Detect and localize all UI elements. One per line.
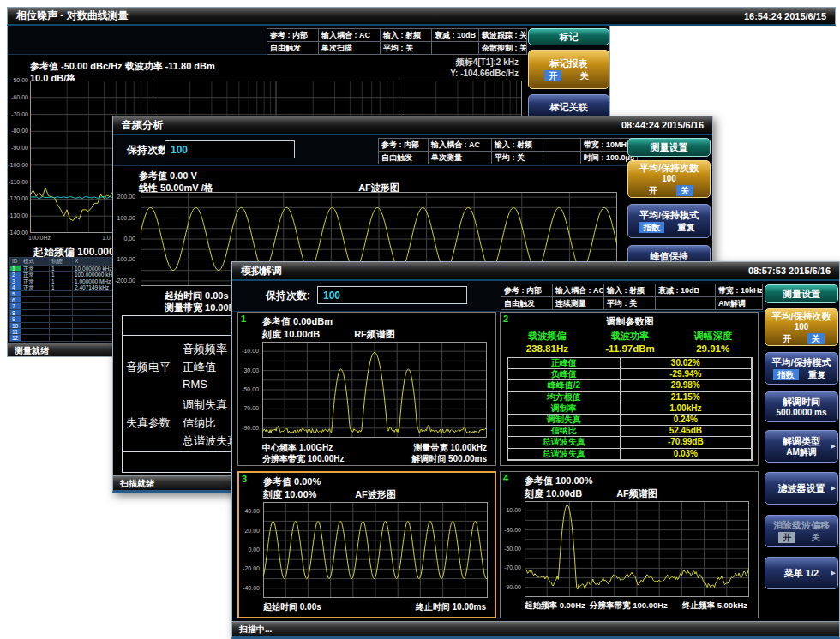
chart-canvas bbox=[525, 501, 749, 597]
marker-table-row[interactable]: 7 bbox=[10, 303, 120, 309]
titlebar: 音频分析 08:44:24 2015/6/16 bbox=[113, 116, 712, 135]
softkey-label: 菜单 1/2 bbox=[767, 568, 836, 579]
softkey-label: 滤波器设置 bbox=[767, 483, 836, 494]
y-tick-label: -130.00 bbox=[8, 212, 28, 219]
toggle-option[interactable]: 指数 bbox=[773, 369, 799, 380]
screen: 相位噪声 - 对数曲线测量 16:54:24 2015/6/15 参考 : 内部… bbox=[0, 0, 840, 639]
marker-table-row[interactable]: 6 bbox=[10, 297, 120, 303]
result-item[interactable]: 正峰值 bbox=[183, 360, 216, 375]
mod-header-label: 载波功率 bbox=[589, 330, 672, 343]
softkey-label: 峰值保持 bbox=[630, 251, 708, 262]
panel-af-spectrum[interactable]: 4 参考值 100.00% 刻度 10.00dB AF频谱图 -10.00-30… bbox=[500, 471, 759, 618]
rbw-label: 分辨率带宽 100.00Hz bbox=[262, 453, 345, 465]
y-tick-label: -90.00 bbox=[8, 145, 28, 152]
marker-cell bbox=[50, 297, 73, 303]
titlebar: 相位噪声 - 对数曲线测量 16:54:24 2015/6/15 bbox=[7, 7, 836, 26]
hold-count-input[interactable] bbox=[165, 140, 295, 158]
softkey-value: AM解调 bbox=[767, 447, 836, 457]
ref-level-label: 参考值 0.00% bbox=[263, 475, 321, 488]
softkey-0[interactable]: 测量设置 bbox=[765, 284, 838, 303]
mod-header-col: 调幅深度29.91% bbox=[671, 330, 754, 355]
result-item[interactable]: 音频频率 bbox=[183, 342, 227, 357]
toggle-option[interactable]: 关 bbox=[807, 333, 825, 344]
setting-cell: 输入 : 射频 bbox=[604, 284, 656, 297]
toggle-option[interactable]: 指数 bbox=[639, 222, 664, 233]
marker-cell: 正常 bbox=[21, 278, 50, 284]
y-tick-label: -90.00 bbox=[501, 584, 521, 591]
y-tick-label: 40.00 bbox=[239, 508, 260, 515]
softkey-toggle: 开关 bbox=[767, 333, 836, 344]
y-tick-label: -70.00 bbox=[8, 111, 28, 118]
marker-cell bbox=[21, 297, 50, 303]
marker-cell: 1 bbox=[50, 284, 73, 290]
marker-cell bbox=[21, 329, 50, 335]
toggle-option[interactable]: 重复 bbox=[804, 369, 830, 380]
setting-cell: 自由触发 bbox=[379, 152, 429, 164]
softkey-4[interactable]: 解调类型AM解调▶ bbox=[765, 430, 838, 463]
setting-cell: 杂散抑制 : 关 bbox=[479, 42, 527, 55]
marker-cell bbox=[50, 310, 73, 316]
softkey-1[interactable]: 标记报表开关 bbox=[528, 50, 609, 89]
panel-mod-params[interactable]: 2 调制参数图 载波频偏238.81Hz载波功率-11.97dBm调幅深度29.… bbox=[500, 312, 759, 466]
y-axis-ticks: 200.00100.000.00-100.00-200.00 bbox=[115, 116, 135, 305]
toggle-option[interactable]: 关 bbox=[676, 185, 693, 196]
setting-cell: 连续测量 bbox=[553, 297, 604, 310]
window-analog-demod: 模拟解调 08:57:53 2015/6/16 保持次数: 参考 : 内部输入耦… bbox=[231, 261, 840, 639]
hold-count-label: 保持次数: bbox=[266, 289, 310, 303]
y-tick-label: -20.00 bbox=[239, 565, 260, 572]
marker-table-row[interactable]: 12 bbox=[10, 335, 120, 341]
result-item[interactable]: 调制失真 bbox=[183, 397, 227, 413]
marker-cell: 正常 bbox=[21, 272, 50, 278]
marker-readout-y: Y: -104.66dBc/Hz bbox=[450, 69, 519, 78]
softkey-1[interactable]: 平均/保持次数100开关 bbox=[765, 308, 838, 346]
window-title: 相位噪声 - 对数曲线测量 bbox=[16, 9, 129, 23]
panel-title: 调制参数图 bbox=[501, 315, 759, 328]
softkey-2[interactable]: 平均/保持模式指数重复 bbox=[627, 204, 711, 238]
marker-table-row[interactable]: 5 bbox=[10, 291, 120, 297]
softkey-0[interactable]: 测量设置 bbox=[627, 138, 711, 157]
panel-title: AF频谱图 bbox=[525, 487, 749, 500]
toggle-option[interactable]: 开 bbox=[645, 185, 662, 196]
toggle-option[interactable]: 开 bbox=[778, 532, 795, 543]
softkey-5[interactable]: 滤波器设置▶ bbox=[765, 472, 838, 505]
toggle-option[interactable]: 关 bbox=[576, 70, 593, 81]
toggle-option[interactable]: 开 bbox=[544, 70, 561, 81]
softkey-2[interactable]: 平均/保持模式指数重复 bbox=[765, 352, 838, 385]
result-item[interactable]: RMS bbox=[183, 378, 207, 391]
toggle-option[interactable]: 开 bbox=[778, 333, 795, 344]
y-tick-label: -200.00 bbox=[115, 278, 135, 284]
y-tick-label: -100.00 bbox=[115, 256, 135, 263]
hold-count-input[interactable] bbox=[317, 286, 467, 304]
softkey-7[interactable]: 菜单 1/2▶ bbox=[765, 557, 838, 589]
mod-params-table: 正峰值30.02%负峰值-29.94%峰峰值/229.98%均方根值21.15%… bbox=[507, 357, 753, 461]
softkey-6[interactable]: 消除载波偏移开关 bbox=[765, 515, 838, 547]
marker-table-row[interactable]: 9 bbox=[10, 316, 120, 322]
center-freq-label: 中心频率 1.00GHz bbox=[262, 442, 333, 454]
settings-bar: 保持次数: 参考 : 内部输入耦合 : AC输入 : 射频衰减 : 10dB带宽… bbox=[232, 281, 839, 312]
setting-cell: 平均 : 关 bbox=[604, 297, 656, 310]
chart-canvas bbox=[263, 502, 488, 598]
panel-af-waveform[interactable]: 3 参考值 0.00% 刻度 10.00% AF波形图 40.0020.000.… bbox=[237, 471, 496, 618]
marker-readout-x: 频标4[T1]:2 kHz bbox=[456, 57, 519, 69]
y-tick-label: -10.00 bbox=[238, 348, 259, 355]
marker-table-row[interactable]: 2正常1100.000000 kHz bbox=[10, 272, 120, 278]
marker-table-row[interactable]: 3正常11.000000 MHz bbox=[10, 278, 120, 284]
result-item[interactable]: 信纳比 bbox=[183, 415, 216, 431]
mod-param-value: 29.98% bbox=[621, 380, 752, 391]
clock: 08:44:24 2015/6/16 bbox=[621, 120, 704, 130]
panel-rf-spectrum[interactable]: 1 参考值 0.00dBm 刻度 10.00dB RF频谱图 -10.00-30… bbox=[237, 312, 496, 466]
softkey-1[interactable]: 平均/保持次数100开关 bbox=[627, 160, 711, 198]
toggle-option[interactable]: 关 bbox=[807, 532, 825, 543]
result-item[interactable]: 总谐波失真 bbox=[183, 433, 238, 449]
marker-table-row[interactable]: 10 bbox=[10, 323, 120, 329]
marker-table-row[interactable]: 11 bbox=[10, 329, 120, 335]
mod-param-value: 21.15% bbox=[621, 392, 752, 403]
toggle-option[interactable]: 重复 bbox=[674, 222, 699, 233]
softkey-0[interactable]: 标记 bbox=[528, 28, 609, 45]
marker-table-row[interactable]: 1正常110.000000 kHz bbox=[10, 266, 120, 272]
marker-table-row[interactable]: 4正常12.407149 kHz bbox=[10, 284, 120, 290]
setting-cell: 参考 : 内部 bbox=[267, 29, 319, 42]
marker-table-row[interactable]: 8 bbox=[10, 310, 120, 316]
softkey-label: 标记 bbox=[531, 32, 607, 43]
softkey-3[interactable]: 解调时间500.0000 ms bbox=[765, 391, 838, 422]
